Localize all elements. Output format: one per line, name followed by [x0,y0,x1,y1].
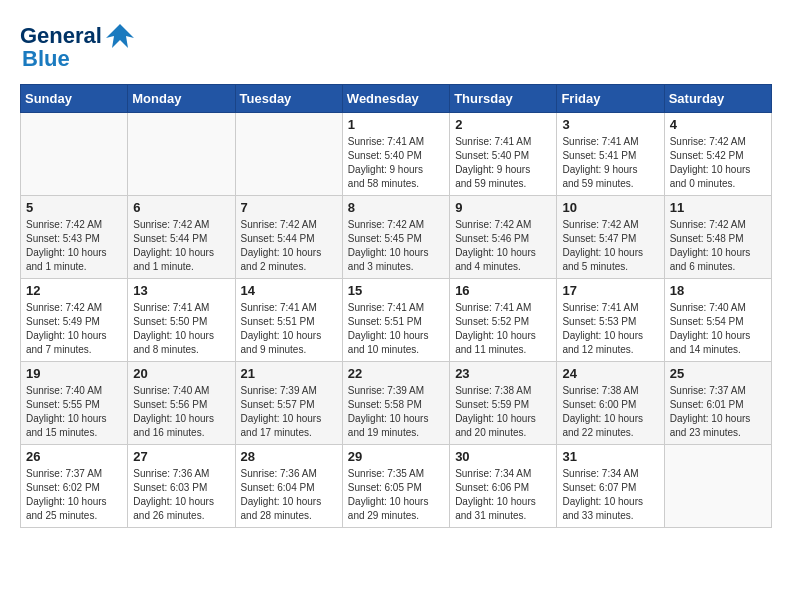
day-info: Sunrise: 7:42 AM Sunset: 5:44 PM Dayligh… [133,218,229,274]
calendar-cell: 19Sunrise: 7:40 AM Sunset: 5:55 PM Dayli… [21,362,128,445]
calendar-cell: 29Sunrise: 7:35 AM Sunset: 6:05 PM Dayli… [342,445,449,528]
day-info: Sunrise: 7:34 AM Sunset: 6:07 PM Dayligh… [562,467,658,523]
calendar-cell [664,445,771,528]
day-info: Sunrise: 7:40 AM Sunset: 5:55 PM Dayligh… [26,384,122,440]
calendar-cell: 26Sunrise: 7:37 AM Sunset: 6:02 PM Dayli… [21,445,128,528]
calendar-cell: 21Sunrise: 7:39 AM Sunset: 5:57 PM Dayli… [235,362,342,445]
calendar-cell: 12Sunrise: 7:42 AM Sunset: 5:49 PM Dayli… [21,279,128,362]
calendar-cell: 20Sunrise: 7:40 AM Sunset: 5:56 PM Dayli… [128,362,235,445]
day-number: 11 [670,200,766,215]
calendar-cell [235,113,342,196]
day-info: Sunrise: 7:41 AM Sunset: 5:50 PM Dayligh… [133,301,229,357]
day-info: Sunrise: 7:42 AM Sunset: 5:46 PM Dayligh… [455,218,551,274]
day-info: Sunrise: 7:42 AM Sunset: 5:43 PM Dayligh… [26,218,122,274]
day-number: 6 [133,200,229,215]
weekday-tuesday: Tuesday [235,85,342,113]
calendar-cell: 9Sunrise: 7:42 AM Sunset: 5:46 PM Daylig… [450,196,557,279]
day-number: 14 [241,283,337,298]
calendar-cell: 4Sunrise: 7:42 AM Sunset: 5:42 PM Daylig… [664,113,771,196]
calendar-cell: 5Sunrise: 7:42 AM Sunset: 5:43 PM Daylig… [21,196,128,279]
day-info: Sunrise: 7:42 AM Sunset: 5:49 PM Dayligh… [26,301,122,357]
logo-general: General [20,24,102,48]
day-number: 13 [133,283,229,298]
week-row-1: 1Sunrise: 7:41 AM Sunset: 5:40 PM Daylig… [21,113,772,196]
calendar-cell: 27Sunrise: 7:36 AM Sunset: 6:03 PM Dayli… [128,445,235,528]
day-number: 4 [670,117,766,132]
day-info: Sunrise: 7:41 AM Sunset: 5:51 PM Dayligh… [348,301,444,357]
calendar-cell: 15Sunrise: 7:41 AM Sunset: 5:51 PM Dayli… [342,279,449,362]
calendar-cell [21,113,128,196]
week-row-3: 12Sunrise: 7:42 AM Sunset: 5:49 PM Dayli… [21,279,772,362]
day-number: 9 [455,200,551,215]
weekday-wednesday: Wednesday [342,85,449,113]
svg-marker-0 [106,24,134,48]
calendar-cell: 23Sunrise: 7:38 AM Sunset: 5:59 PM Dayli… [450,362,557,445]
week-row-2: 5Sunrise: 7:42 AM Sunset: 5:43 PM Daylig… [21,196,772,279]
day-info: Sunrise: 7:40 AM Sunset: 5:54 PM Dayligh… [670,301,766,357]
day-number: 29 [348,449,444,464]
calendar-cell: 28Sunrise: 7:36 AM Sunset: 6:04 PM Dayli… [235,445,342,528]
calendar-cell: 24Sunrise: 7:38 AM Sunset: 6:00 PM Dayli… [557,362,664,445]
day-number: 26 [26,449,122,464]
calendar-cell: 11Sunrise: 7:42 AM Sunset: 5:48 PM Dayli… [664,196,771,279]
day-info: Sunrise: 7:40 AM Sunset: 5:56 PM Dayligh… [133,384,229,440]
header: General Blue [20,20,772,72]
day-number: 5 [26,200,122,215]
day-info: Sunrise: 7:36 AM Sunset: 6:04 PM Dayligh… [241,467,337,523]
day-info: Sunrise: 7:39 AM Sunset: 5:58 PM Dayligh… [348,384,444,440]
day-number: 31 [562,449,658,464]
day-info: Sunrise: 7:35 AM Sunset: 6:05 PM Dayligh… [348,467,444,523]
day-number: 3 [562,117,658,132]
calendar-cell: 6Sunrise: 7:42 AM Sunset: 5:44 PM Daylig… [128,196,235,279]
day-number: 21 [241,366,337,381]
day-number: 20 [133,366,229,381]
day-info: Sunrise: 7:34 AM Sunset: 6:06 PM Dayligh… [455,467,551,523]
day-number: 25 [670,366,766,381]
calendar-cell [128,113,235,196]
day-info: Sunrise: 7:41 AM Sunset: 5:52 PM Dayligh… [455,301,551,357]
calendar-cell: 31Sunrise: 7:34 AM Sunset: 6:07 PM Dayli… [557,445,664,528]
calendar-cell: 25Sunrise: 7:37 AM Sunset: 6:01 PM Dayli… [664,362,771,445]
day-number: 2 [455,117,551,132]
calendar: SundayMondayTuesdayWednesdayThursdayFrid… [20,84,772,528]
day-info: Sunrise: 7:41 AM Sunset: 5:53 PM Dayligh… [562,301,658,357]
day-info: Sunrise: 7:37 AM Sunset: 6:01 PM Dayligh… [670,384,766,440]
day-number: 7 [241,200,337,215]
calendar-cell: 1Sunrise: 7:41 AM Sunset: 5:40 PM Daylig… [342,113,449,196]
weekday-monday: Monday [128,85,235,113]
weekday-saturday: Saturday [664,85,771,113]
calendar-cell: 10Sunrise: 7:42 AM Sunset: 5:47 PM Dayli… [557,196,664,279]
calendar-cell: 8Sunrise: 7:42 AM Sunset: 5:45 PM Daylig… [342,196,449,279]
day-number: 10 [562,200,658,215]
day-number: 28 [241,449,337,464]
calendar-cell: 3Sunrise: 7:41 AM Sunset: 5:41 PM Daylig… [557,113,664,196]
calendar-cell: 2Sunrise: 7:41 AM Sunset: 5:40 PM Daylig… [450,113,557,196]
day-info: Sunrise: 7:38 AM Sunset: 6:00 PM Dayligh… [562,384,658,440]
calendar-cell: 16Sunrise: 7:41 AM Sunset: 5:52 PM Dayli… [450,279,557,362]
calendar-cell: 13Sunrise: 7:41 AM Sunset: 5:50 PM Dayli… [128,279,235,362]
day-number: 23 [455,366,551,381]
day-number: 30 [455,449,551,464]
day-number: 24 [562,366,658,381]
calendar-cell: 18Sunrise: 7:40 AM Sunset: 5:54 PM Dayli… [664,279,771,362]
day-number: 15 [348,283,444,298]
day-number: 27 [133,449,229,464]
day-info: Sunrise: 7:41 AM Sunset: 5:40 PM Dayligh… [455,135,551,191]
day-number: 18 [670,283,766,298]
day-info: Sunrise: 7:36 AM Sunset: 6:03 PM Dayligh… [133,467,229,523]
weekday-header-row: SundayMondayTuesdayWednesdayThursdayFrid… [21,85,772,113]
day-info: Sunrise: 7:42 AM Sunset: 5:44 PM Dayligh… [241,218,337,274]
logo-bird-icon [106,20,134,52]
day-info: Sunrise: 7:39 AM Sunset: 5:57 PM Dayligh… [241,384,337,440]
day-info: Sunrise: 7:41 AM Sunset: 5:40 PM Dayligh… [348,135,444,191]
calendar-cell: 14Sunrise: 7:41 AM Sunset: 5:51 PM Dayli… [235,279,342,362]
day-number: 1 [348,117,444,132]
logo-blue: Blue [22,46,70,72]
day-number: 22 [348,366,444,381]
day-number: 8 [348,200,444,215]
day-info: Sunrise: 7:42 AM Sunset: 5:48 PM Dayligh… [670,218,766,274]
day-info: Sunrise: 7:42 AM Sunset: 5:42 PM Dayligh… [670,135,766,191]
day-number: 16 [455,283,551,298]
day-number: 17 [562,283,658,298]
page: General Blue SundayMondayTuesdayWednesda… [0,0,792,538]
